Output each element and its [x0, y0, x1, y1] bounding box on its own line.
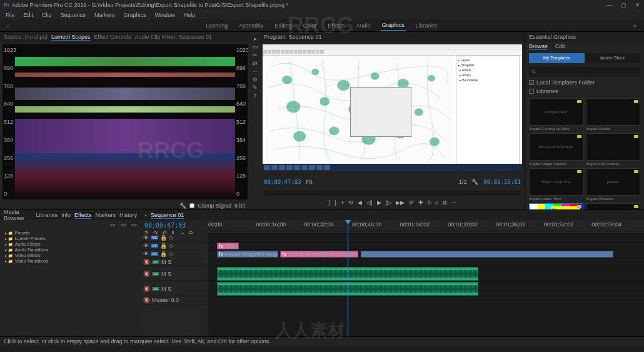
timeline-tc[interactable]: 00;00;47;03	[144, 222, 204, 229]
menu-clip[interactable]: Clip	[39, 11, 55, 19]
bin-audio-effects[interactable]: Audio Effects	[3, 241, 138, 247]
clip-video-2[interactable]: fx export-shapefile-to-postgis-from-ArcM…	[280, 251, 358, 258]
clip-video-3[interactable]	[361, 251, 613, 258]
workspace-effects[interactable]: Effects	[326, 21, 346, 31]
eg-template-item[interactable]: coming up NEXTAngled Coming Up Next	[529, 98, 583, 131]
eg-adobe-stock[interactable]: Adobe Stock	[585, 53, 640, 63]
home-icon[interactable]: ⌂	[5, 21, 11, 31]
track-v3[interactable]: V3	[151, 236, 158, 239]
menu-window[interactable]: Window	[152, 11, 178, 19]
bin-video-effects[interactable]: Video Effects	[3, 253, 138, 258]
menu-markers[interactable]: Markers	[91, 11, 118, 19]
playhead[interactable]	[348, 220, 348, 336]
program-monitor[interactable]: ▸ Layers ▸ Shapefile ▸ Roads ▸ Rivers ▸ …	[263, 44, 522, 171]
menu-edit[interactable]: Edit	[21, 11, 37, 19]
workspace-graphics[interactable]: Graphics	[381, 20, 406, 31]
workspace-editing[interactable]: Editing	[273, 21, 293, 31]
track-a1[interactable]: A1	[152, 260, 159, 264]
program-tab[interactable]: Program: Sequence 01	[264, 34, 322, 40]
bit-depth[interactable]: 8 bit	[234, 203, 245, 209]
eg-template-item[interactable]: INSERT NAME TITLEAngled Lower Third	[529, 168, 583, 201]
pen-tool[interactable]: ⊘	[253, 76, 258, 83]
eg-local-folder-checkbox[interactable]	[529, 80, 534, 85]
timeline-content[interactable]: fx Title 0... fx export-shapefile-to-pos…	[208, 234, 644, 336]
workspace-color[interactable]: Color	[302, 21, 318, 31]
eg-template-item[interactable]: Angled Live Overlay	[586, 133, 640, 166]
eg-template-item[interactable]: Angled Credits	[586, 98, 640, 131]
workspace-audio[interactable]: Audio	[355, 21, 372, 31]
window-minimize[interactable]: —	[606, 2, 612, 8]
track-a3[interactable]: A3	[152, 287, 159, 291]
mark-out-button[interactable]: }	[335, 199, 336, 206]
overflow-icon[interactable]: »	[632, 21, 638, 31]
zoom-dropdown[interactable]: 1/2	[459, 179, 467, 185]
hand-tool[interactable]: ✎	[253, 84, 258, 91]
eg-libraries-checkbox[interactable]	[529, 89, 534, 94]
bin-audio-transitions[interactable]: Audio Transitions	[3, 247, 138, 253]
tab-source[interactable]: Source: (no clips)	[4, 34, 48, 40]
effects-yuv-icon[interactable]: ▭	[131, 221, 137, 228]
tab-effect-controls[interactable]: Effect Controls	[94, 34, 131, 40]
track-a2[interactable]: A2	[152, 272, 159, 276]
effects-filter-icon[interactable]: ▭	[110, 221, 116, 228]
tab-history[interactable]: History	[119, 212, 137, 218]
effects-32bit-icon[interactable]: ▭	[121, 221, 126, 228]
play-reverse-button[interactable]: ◁|	[366, 199, 372, 206]
track-master[interactable]: Master	[152, 297, 169, 303]
tab-info[interactable]: Info	[61, 212, 71, 218]
tab-effects[interactable]: Effects	[74, 212, 91, 219]
lumetri-scope[interactable]: 10238967686405123842561280 1023896768640…	[3, 44, 248, 199]
bin-video-transitions[interactable]: Video Transitions	[3, 258, 138, 264]
eg-template-item[interactable]: Title:Director:DP:Angled Slate	[529, 203, 583, 209]
workspace-assembly[interactable]: Assembly	[238, 21, 264, 31]
timeline-tab[interactable]: Sequence 01	[151, 212, 184, 219]
wrench-icon[interactable]: 🔧	[179, 203, 186, 209]
eg-template-item[interactable]: IMAGE CAPTION HEREAngled Image Caption	[529, 133, 583, 166]
ripple-edit-tool[interactable]: ✂	[253, 52, 258, 58]
slip-tool[interactable]: ↔	[253, 68, 258, 74]
menu-help[interactable]: Help	[181, 11, 199, 19]
fit-dropdown[interactable]: Fit	[306, 179, 313, 185]
tab-markers[interactable]: Markers	[95, 212, 116, 218]
tab-audio-clip-mixer[interactable]: Audio Clip Mixer: Sequence 01	[134, 34, 212, 40]
track-v2[interactable]: V2	[151, 244, 158, 248]
menu-file[interactable]: File	[3, 11, 18, 19]
play-button[interactable]: ▶	[377, 199, 381, 206]
razor-tool[interactable]: ⇄	[253, 60, 258, 66]
clamp-signal-checkbox[interactable]	[189, 203, 194, 208]
go-to-out-button[interactable]: ▶▶	[396, 199, 405, 206]
eg-my-templates[interactable]: My Templates	[529, 53, 585, 63]
type-tool[interactable]: T	[253, 93, 257, 99]
bin-lumetri-presets[interactable]: Lumetri Presets	[3, 236, 138, 241]
mark-in-button[interactable]: {	[328, 199, 330, 206]
tab-lumetri-scopes[interactable]: Lumetri Scopes	[51, 34, 91, 41]
step-back-button[interactable]: ◀	[358, 199, 362, 206]
bin-presets[interactable]: Presets	[3, 230, 138, 236]
step-forward-button[interactable]: |▷	[386, 199, 391, 206]
wrench-icon[interactable]: 🔧	[471, 179, 478, 185]
program-tc[interactable]: 00;00;47;03	[264, 179, 301, 185]
eg-template-item[interactable]: presentsAngled Presents	[586, 168, 640, 201]
go-to-in-button[interactable]: ⟲	[348, 199, 353, 206]
window-maximize[interactable]: ▢	[621, 2, 626, 8]
eg-tab-edit[interactable]: Edit	[555, 43, 565, 49]
workspace-learning[interactable]: Learning	[204, 21, 229, 31]
timeline-ruler[interactable]: 00;00 00;00;16;00 00;00;32;00 00;00;48;0…	[208, 220, 644, 234]
track-select-tool[interactable]: ▭	[253, 44, 258, 50]
eg-template-item[interactable]: YOUR TITLE HEREAngled Title	[586, 203, 640, 209]
comparison-view-button[interactable]: ⧉	[443, 199, 446, 206]
eg-search-input[interactable]	[529, 67, 640, 77]
clip-video-1[interactable]: fx export-shapefile-to-postgis-fro...	[217, 251, 278, 258]
export-frame-button[interactable]: ⎌	[435, 199, 438, 206]
loop-button[interactable]: ⟳	[409, 199, 414, 206]
extract-button[interactable]: ⎘	[428, 199, 431, 206]
lift-button[interactable]: ✚	[418, 199, 423, 206]
clip-title[interactable]: fx Title 0...	[217, 243, 239, 249]
eg-tab-browse[interactable]: Browse	[529, 43, 548, 50]
tab-libraries[interactable]: Libraries	[36, 212, 58, 218]
button-editor[interactable]: ⋯	[451, 199, 456, 206]
track-v1[interactable]: V1	[151, 252, 158, 256]
add-marker-button[interactable]: +	[341, 199, 344, 206]
window-close[interactable]: ✕	[635, 2, 640, 8]
selection-tool[interactable]: ▸	[254, 36, 257, 42]
